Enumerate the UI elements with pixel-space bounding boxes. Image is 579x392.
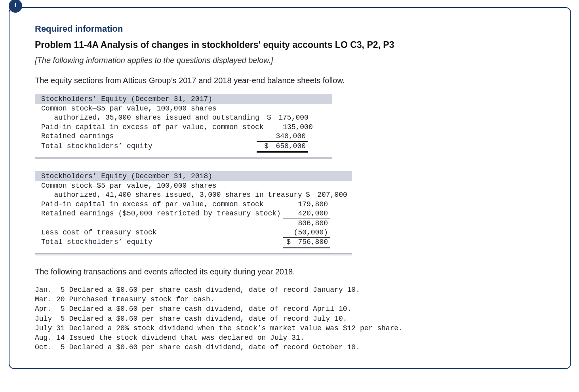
row-sym [283, 181, 291, 190]
row-sym [283, 228, 291, 238]
row-sym [257, 104, 269, 113]
row-val: 179,800 [291, 200, 330, 209]
row-val: 806,800 [291, 219, 330, 228]
row-val: 135,000 [276, 123, 315, 132]
row-desc: Common stock—$5 par value, 100,000 share… [35, 181, 283, 190]
info-card: Required information Problem 11-4A Analy… [9, 7, 571, 369]
list-item: Apr. 5 Declared a $0.60 per share cash d… [35, 305, 351, 313]
list-item: Aug. 14 Issued the stock dividend that w… [35, 334, 305, 342]
table-row: Common stock—$5 par value, 100,000 share… [35, 181, 352, 190]
row-sym: $ [283, 238, 291, 249]
row-val: (50,000) [291, 228, 330, 238]
row-desc: authorized, 35,000 shares issued and out… [35, 113, 259, 122]
row-val: 207,000 [310, 190, 350, 200]
table-row: Paid-in capital in excess of par value, … [35, 200, 352, 209]
table-row: authorized, 41,400 shares issued, 3,000 … [35, 190, 352, 200]
equity-2018-header: Stockholders’ Equity (December 31, 2018) [35, 171, 352, 181]
list-item: Oct. 5 Declared a $0.60 per share cash d… [35, 343, 360, 351]
row-desc: Less cost of treasury stock [35, 228, 283, 238]
row-desc: Retained earnings ($50,000 restricted by… [35, 209, 283, 219]
table-row: Paid-in capital in excess of par value, … [35, 123, 332, 132]
block-separator [35, 157, 332, 159]
transactions-list: Jan. 5 Declared a $0.60 per share cash d… [35, 285, 556, 352]
row-sym [283, 219, 291, 228]
instruction-text: [The following information applies to th… [35, 56, 556, 65]
row-desc: Retained earnings [35, 132, 257, 141]
row-sym: $ [259, 113, 271, 122]
table-row: Less cost of treasury stock (50,000) [35, 228, 352, 238]
table-row: Retained earnings 340,000 [35, 132, 332, 141]
row-desc [35, 219, 283, 228]
transactions-intro: The following transactions and events af… [35, 267, 556, 276]
required-info-heading: Required information [35, 24, 556, 34]
row-sym: $ [302, 190, 310, 200]
problem-title: Problem 11-4A Analysis of changes in sto… [35, 40, 556, 50]
table-row-total: Total stockholders’ equity $ 650,000 [35, 142, 332, 153]
row-desc: authorized, 41,400 shares issued, 3,000 … [35, 190, 302, 200]
list-item: Mar. 20 Purchased treasury stock for cas… [35, 295, 215, 303]
row-val [291, 181, 330, 190]
row-val [269, 104, 308, 113]
row-desc: Total stockholders’ equity [35, 238, 283, 249]
table-row: authorized, 35,000 shares issued and out… [35, 113, 332, 122]
table-row: Common stock—$5 par value, 100,000 share… [35, 104, 332, 113]
row-sym [283, 200, 291, 209]
row-val: 175,000 [271, 113, 311, 122]
row-desc: Paid-in capital in excess of par value, … [35, 123, 264, 132]
table-row-total: Total stockholders’ equity $ 756,800 [35, 238, 352, 249]
equity-block-2017: Stockholders’ Equity (December 31, 2017)… [35, 94, 332, 159]
row-val: 756,800 [291, 238, 330, 249]
row-val: 650,000 [269, 142, 308, 153]
table-row-subtotal: 806,800 [35, 219, 352, 228]
row-val: 340,000 [269, 132, 308, 141]
row-desc: Common stock—$5 par value, 100,000 share… [35, 104, 257, 113]
row-desc: Paid-in capital in excess of par value, … [35, 200, 283, 209]
page: ! Required information Problem 11-4A Ana… [0, 0, 579, 392]
equity-2017-header: Stockholders’ Equity (December 31, 2017) [35, 94, 332, 104]
row-desc: Total stockholders’ equity [35, 142, 257, 153]
list-item: Jan. 5 Declared a $0.60 per share cash d… [35, 286, 360, 294]
row-sym: $ [257, 142, 269, 153]
equity-block-2018: Stockholders’ Equity (December 31, 2018)… [35, 171, 352, 255]
row-sym [257, 132, 269, 141]
block-separator [35, 253, 352, 255]
row-val: 420,000 [291, 209, 330, 219]
intro-text: The equity sections from Atticus Group’s… [35, 76, 556, 85]
row-sym [264, 123, 276, 132]
table-row: Retained earnings ($50,000 restricted by… [35, 209, 352, 219]
list-item: July 5 Declared a $0.60 per share cash d… [35, 315, 347, 323]
row-sym [283, 209, 291, 219]
list-item: July 31 Declared a 20% stock dividend wh… [35, 324, 403, 332]
